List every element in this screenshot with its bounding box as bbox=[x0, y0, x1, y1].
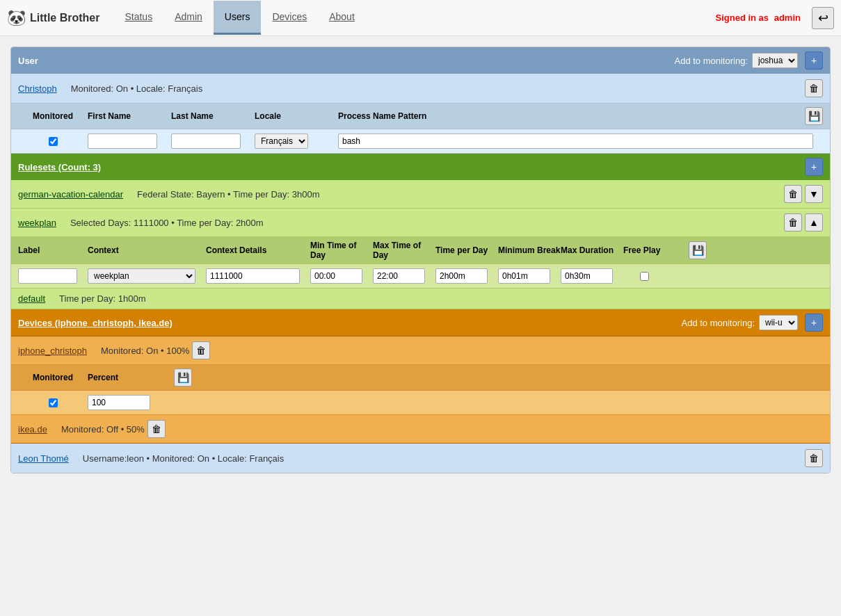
user-firstname-cell bbox=[88, 133, 171, 149]
weekplan-maxduration-input[interactable] bbox=[561, 268, 613, 284]
leon-delete-button[interactable]: 🗑 bbox=[805, 449, 823, 467]
user-locale-select[interactable]: Français English Deutsch bbox=[255, 133, 308, 149]
iphone-christoph-link[interactable]: iphone_christoph bbox=[18, 346, 87, 356]
dev-percent-cell bbox=[88, 395, 171, 410]
weekplan-link[interactable]: weekplan bbox=[18, 218, 56, 228]
col-header-timeperday: Time per Day bbox=[435, 245, 498, 255]
add-ruleset-button[interactable]: + bbox=[805, 158, 823, 176]
signed-in-label: Signed in as bbox=[716, 13, 769, 23]
weekplan-info: Selected Days: 1111000 • Time per Day: 2… bbox=[70, 218, 264, 228]
add-monitoring-select[interactable]: joshua leon bbox=[752, 53, 798, 68]
iphone-christoph-delete-button[interactable]: 🗑 bbox=[192, 341, 210, 359]
col-header-maxduration: Max Duration bbox=[561, 245, 623, 255]
weekplan-freeplay-cell bbox=[623, 272, 665, 281]
devices-add-monitoring-select[interactable]: wii-u ps4 xbox bbox=[759, 315, 798, 330]
weekplan-freeplay-checkbox[interactable] bbox=[640, 272, 649, 281]
user-col-header-row: Monitored First Name Last Name Locale Pr… bbox=[11, 104, 830, 129]
add-user-button[interactable]: + bbox=[805, 51, 823, 70]
user-monitored-checkbox[interactable] bbox=[49, 137, 58, 146]
col-header-procname: Process Name Pattern bbox=[338, 111, 781, 121]
weekplan-context-cell: weekplan default bbox=[88, 268, 206, 284]
weekplan-mintime-cell bbox=[310, 268, 373, 284]
col-header-monitored: Monitored bbox=[18, 111, 88, 121]
device-form-data-row bbox=[11, 391, 830, 415]
weekplan-form-save-button[interactable]: 💾 bbox=[689, 241, 707, 259]
german-vacation-link[interactable]: german-vacation-calendar bbox=[18, 189, 123, 200]
col-header-context: Context bbox=[88, 245, 206, 255]
ikea-delete-button[interactable]: 🗑 bbox=[147, 420, 166, 438]
signed-in-user: admin bbox=[774, 13, 801, 23]
weekplan-label-input[interactable] bbox=[18, 268, 77, 284]
user-firstname-input[interactable] bbox=[88, 133, 157, 149]
weekplan-maxtime-cell bbox=[373, 268, 435, 284]
nav-admin[interactable]: Admin bbox=[163, 1, 214, 35]
nav-about[interactable]: About bbox=[318, 1, 366, 35]
nav-links: Status Admin Users Devices About bbox=[113, 1, 365, 35]
dev-monitored-cell bbox=[18, 398, 88, 407]
default-ruleset-link[interactable]: default bbox=[18, 293, 45, 304]
add-monitoring-area: Add to monitoring: joshua leon + bbox=[674, 51, 823, 70]
user-procname-input[interactable] bbox=[338, 133, 813, 149]
col-header-dev-monitored: Monitored bbox=[18, 373, 88, 382]
user-monitored-cell bbox=[18, 137, 88, 146]
dev-monitored-checkbox[interactable] bbox=[49, 398, 58, 407]
logout-button[interactable]: ↩ bbox=[812, 7, 834, 29]
german-vacation-down-button[interactable]: ▼ bbox=[805, 185, 823, 203]
weekplan-contextdetails-cell bbox=[206, 268, 310, 284]
weekplan-up-button[interactable]: ▲ bbox=[805, 213, 823, 232]
col-header-mintime: Min Time of Day bbox=[310, 241, 373, 260]
nav-users[interactable]: Users bbox=[214, 1, 262, 35]
weekplan-delete-button[interactable]: 🗑 bbox=[784, 213, 802, 232]
leon-link[interactable]: Leon Thomé bbox=[18, 453, 69, 464]
col-header-locale: Locale bbox=[255, 111, 338, 121]
weekplan-timeperday-cell bbox=[435, 268, 498, 284]
main-content: User Add to monitoring: joshua leon + Ch… bbox=[0, 36, 841, 484]
ikea-link[interactable]: ikea.de bbox=[18, 424, 47, 435]
devices-link[interactable]: Devices (iphone_christoph, ikea.de) bbox=[18, 318, 173, 328]
add-device-button[interactable]: + bbox=[805, 314, 823, 332]
weekplan-timeperday-input[interactable] bbox=[435, 268, 488, 284]
devices-section-header: Devices (iphone_christoph, ikea.de) Add … bbox=[11, 309, 830, 337]
iphone-christoph-info: Monitored: On • 100% bbox=[101, 346, 189, 356]
col-header-firstname: First Name bbox=[88, 111, 171, 121]
user-procname-cell bbox=[338, 133, 823, 149]
col-header-label: Label bbox=[18, 245, 88, 255]
ikea-row: ikea.de Monitored: Off • 50% 🗑 bbox=[11, 415, 830, 444]
users-card: User Add to monitoring: joshua leon + Ch… bbox=[10, 47, 831, 473]
christoph-info: Monitored: On • Locale: Français bbox=[71, 83, 203, 94]
weekplan-contextdetails-input[interactable] bbox=[206, 268, 300, 284]
leon-row: Leon Thomé Username:leon • Monitored: On… bbox=[11, 444, 830, 473]
christoph-row: Christoph Monitored: On • Locale: França… bbox=[11, 74, 830, 104]
user-section-header: User Add to monitoring: joshua leon + bbox=[11, 47, 830, 74]
user-locale-cell: Français English Deutsch bbox=[255, 133, 338, 149]
dev-percent-input[interactable] bbox=[88, 395, 150, 410]
iphone-christoph-row: iphone_christoph Monitored: On • 100% 🗑 bbox=[11, 337, 830, 365]
add-monitoring-label: Add to monitoring: bbox=[674, 56, 748, 66]
christoph-delete-button[interactable]: 🗑 bbox=[805, 79, 823, 97]
default-ruleset-info: Time per Day: 1h00m bbox=[59, 293, 146, 304]
device-form-save-button[interactable]: 💾 bbox=[174, 368, 192, 387]
user-lastname-cell bbox=[171, 133, 255, 149]
rulesets-link[interactable]: Rulesets (Count: 3) bbox=[18, 162, 101, 172]
christoph-link[interactable]: Christoph bbox=[18, 83, 57, 94]
german-vacation-delete-button[interactable]: 🗑 bbox=[784, 185, 802, 203]
ikea-info: Monitored: Off • 50% bbox=[61, 424, 145, 435]
nav-status[interactable]: Status bbox=[113, 1, 163, 35]
nav-devices[interactable]: Devices bbox=[261, 1, 318, 35]
weekplan-context-select[interactable]: weekplan default bbox=[88, 268, 195, 284]
german-vacation-info: Federal State: Bayern • Time per Day: 3h… bbox=[137, 189, 320, 200]
user-form-save-button[interactable]: 💾 bbox=[805, 107, 823, 125]
weekplan-minbreak-input[interactable] bbox=[498, 268, 550, 284]
navbar: 🐼 Little Brother Status Admin Users Devi… bbox=[0, 0, 841, 36]
weekplan-maxduration-cell bbox=[561, 268, 623, 284]
weekplan-mintime-input[interactable] bbox=[310, 268, 362, 284]
devices-add-monitoring-area: Add to monitoring: wii-u ps4 xbox + bbox=[681, 314, 823, 332]
user-lastname-input[interactable] bbox=[171, 133, 241, 149]
col-header-freeplay: Free Play bbox=[623, 245, 665, 255]
weekplan-maxtime-input[interactable] bbox=[373, 268, 425, 284]
weekplan-data-row: weekplan default bbox=[11, 264, 830, 289]
weekplan-row: weekplan Selected Days: 1111000 • Time p… bbox=[11, 209, 830, 237]
german-vacation-row: german-vacation-calendar Federal State: … bbox=[11, 180, 830, 209]
user-form-data-row: Français English Deutsch bbox=[11, 129, 830, 154]
weekplan-col-header-row: Label Context Context Details Min Time o… bbox=[11, 237, 830, 264]
